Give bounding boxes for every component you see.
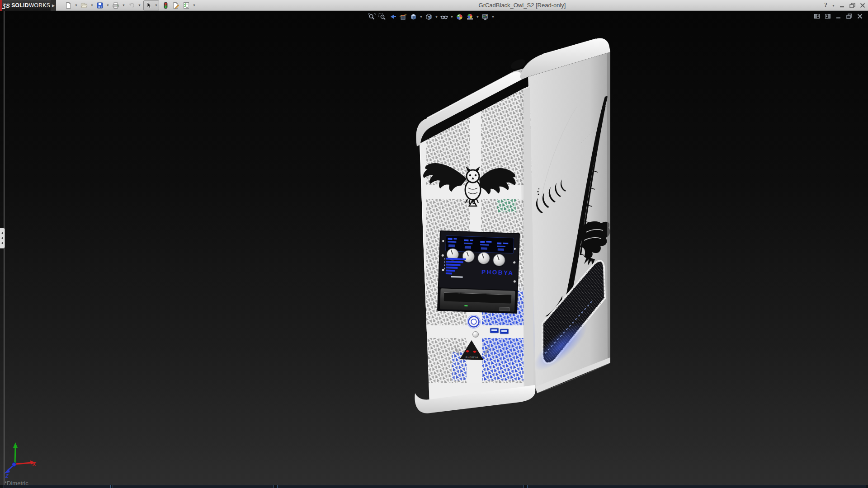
apply-scene-icon [466, 13, 474, 21]
taskbar-segment [4, 485, 111, 488]
taskbar-segment [527, 485, 866, 488]
options-checklist-icon [183, 2, 190, 9]
select-dropdown[interactable]: ▼ [154, 0, 159, 10]
save-icon [96, 2, 104, 9]
apply-scene-dropdown[interactable]: ▼ [476, 15, 480, 19]
view-orientation-button[interactable] [409, 12, 418, 22]
optical-drive[interactable] [440, 288, 515, 312]
display-style-button[interactable] [424, 12, 434, 22]
case-side-panel [528, 52, 610, 388]
view-settings-button[interactable] [481, 12, 490, 22]
new-document-button[interactable] [63, 0, 73, 10]
hide-show-items-dropdown[interactable]: ▼ [450, 15, 454, 19]
display-style-icon [425, 13, 433, 21]
close-icon[interactable] [860, 3, 865, 8]
hide-show-items-button[interactable] [439, 12, 449, 22]
close-doc-icon[interactable] [857, 14, 863, 19]
new-document-icon [65, 2, 72, 9]
restore-icon[interactable] [849, 3, 855, 8]
previous-view-icon [389, 13, 396, 21]
menu-flyout-arrow[interactable]: ▶ [51, 0, 56, 11]
titlebar-controls: ? ▼ [824, 0, 865, 11]
rebuild-button[interactable] [160, 0, 170, 10]
restore-doc-icon[interactable] [846, 14, 852, 19]
badge-brand-text: PHOBYA [466, 356, 479, 359]
view-settings-dropdown[interactable]: ▼ [491, 15, 495, 19]
controller-brand-text: PHOBYA [481, 268, 514, 276]
taskbar-segment [277, 485, 524, 488]
document-window-controls [814, 14, 863, 19]
axis-x [15, 463, 32, 464]
drive-led [464, 305, 467, 306]
minimize-icon[interactable] [840, 3, 845, 8]
display-style-dropdown[interactable]: ▼ [434, 15, 439, 19]
print-icon [112, 2, 119, 9]
undo-icon [128, 2, 135, 9]
hide-show-items-icon [440, 13, 448, 21]
splitter-arrow-icon [1, 237, 3, 239]
zoom-to-area-icon [378, 13, 386, 21]
print-button[interactable] [111, 0, 121, 10]
select-cursor-button[interactable] [144, 0, 154, 10]
brand-solid: SOLID [11, 2, 29, 9]
model-scene: PHOBYA [0, 11, 868, 488]
solidworks-logo: ƷS SOLIDWORKS [2, 0, 51, 11]
file-properties-icon [172, 2, 179, 9]
view-settings-icon [481, 13, 489, 21]
print-dropdown[interactable]: ▼ [121, 0, 126, 10]
splitter-arrow-icon [1, 232, 3, 235]
select-tool-group: ▼ [143, 0, 159, 10]
previous-view-button[interactable] [388, 12, 397, 22]
view-orientation-icon [410, 13, 417, 21]
undo-button[interactable] [127, 0, 137, 10]
undo-dropdown[interactable]: ▼ [137, 0, 142, 10]
case-front-panel: PHOBYA [418, 84, 545, 410]
select-cursor-icon [145, 2, 152, 9]
section-view-icon [399, 13, 407, 21]
axis-x-label: X [32, 461, 36, 467]
axis-y [15, 447, 15, 464]
featuremanager-splitter-tab[interactable] [0, 228, 5, 249]
open-dropdown[interactable]: ▼ [90, 0, 94, 10]
options-dropdown[interactable]: ▼ [192, 0, 197, 10]
taskbar-edge-strip [0, 485, 868, 488]
rebuild-traffic-light-icon [162, 2, 169, 9]
reset-button[interactable] [473, 332, 479, 338]
standard-toolbar: ▼ ▼ ▼ ▼ ▼ ▼ ▼ [63, 0, 197, 10]
file-properties-button[interactable] [171, 0, 181, 10]
fan-controller: PHOBYA [437, 230, 520, 314]
eject-button[interactable] [500, 307, 509, 311]
reference-triad: X Z [4, 442, 36, 479]
model-pc-case[interactable]: PHOBYA [415, 38, 610, 413]
display-pane-toggle-icon[interactable] [825, 14, 831, 19]
section-view-button[interactable] [398, 12, 408, 22]
options-button[interactable] [181, 0, 191, 10]
minimize-doc-icon[interactable] [836, 14, 841, 19]
new-document-dropdown[interactable]: ▼ [74, 0, 79, 10]
zoom-to-fit-button[interactable] [367, 12, 377, 22]
edit-appearance-icon [456, 13, 463, 21]
save-button[interactable] [95, 0, 105, 10]
window-title: GrCadBlack_Owl_S2 [Read-only] [479, 0, 566, 11]
feature-pane-toggle-icon[interactable] [814, 14, 820, 19]
graphics-viewport[interactable]: PHOBYA [0, 11, 868, 488]
help-icon[interactable]: ? [824, 2, 827, 9]
open-folder-icon [80, 2, 88, 9]
zoom-to-fit-icon [368, 13, 376, 21]
splitter-arrow-icon [1, 242, 3, 244]
panel-edge-line [4, 11, 5, 488]
view-orientation-dropdown[interactable]: ▼ [419, 15, 423, 19]
brand-works: WORKS [29, 2, 50, 9]
titlebar: ƷS SOLIDWORKS ▶ ▼ ▼ ▼ ▼ ▼ ▼ [0, 0, 868, 11]
triad-origin [12, 463, 16, 467]
apply-scene-button[interactable] [465, 12, 475, 22]
taskbar-segment [113, 485, 274, 488]
axis-z-label: Z [5, 473, 9, 479]
save-dropdown[interactable]: ▼ [105, 0, 110, 10]
heads-up-view-toolbar: ▼ ▼ ▼ ▼ ▼ [367, 12, 495, 22]
zoom-to-area-button[interactable] [377, 12, 387, 22]
open-button[interactable] [79, 0, 89, 10]
edit-appearance-button[interactable] [455, 12, 464, 22]
help-dropdown[interactable]: ▼ [832, 4, 835, 7]
solidworks-logo-glyph: ƷS [2, 2, 10, 9]
